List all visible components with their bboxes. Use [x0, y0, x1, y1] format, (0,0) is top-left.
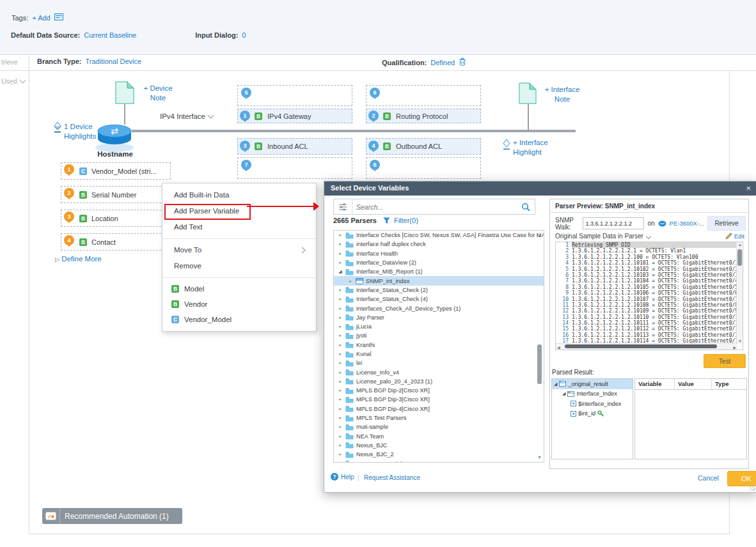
tree-item-interface-status-check-4-[interactable]: ▸Interface_Status_Check (4)	[334, 295, 544, 304]
parsed-node--interface-index[interactable]: $interface_index	[552, 399, 633, 409]
data-unit-inbound-acl[interactable]: 3BInbound ACL	[237, 138, 352, 155]
menu-item-vendor[interactable]: BVendor	[162, 297, 316, 312]
add-device-note-link[interactable]: + DeviceNote	[136, 84, 180, 103]
parsers-count: 2665 Parsers	[333, 217, 377, 224]
tree-item-jay-parser[interactable]: ▸Jay Parser	[334, 313, 544, 322]
tree-item-interface-mib-report-1-[interactable]: ◢Interface_MIB_Report (1)	[334, 267, 544, 276]
add-interface-highlight-link[interactable]: + InterfaceHighlight	[513, 138, 559, 157]
menu-item-add-text[interactable]: Add Text	[162, 219, 316, 235]
tree-item-interface-dataview-2-[interactable]: ▸Interface_DataView (2)	[334, 258, 544, 267]
device-item-serial-number[interactable]: 2BSerial Number	[61, 186, 171, 203]
sample-data-code[interactable]: 1Retrieving SNMP OID21.3.6.1.2.1.2.2.1.2…	[555, 242, 743, 350]
device-note-icon[interactable]	[115, 81, 134, 105]
snmp-oid-input[interactable]	[583, 217, 644, 229]
funnel-icon[interactable]	[383, 217, 390, 224]
tree-item-mpls-bgp-dip-2-cisco-xr-[interactable]: ▸MPLS BGP Dip-2[Cisco XR]	[334, 386, 544, 395]
slot-pin-4: 4	[368, 141, 379, 151]
device-name-link[interactable]: PE-3600X-...	[670, 220, 704, 227]
menu-item-vendor-model[interactable]: CVendor_Model	[162, 312, 316, 327]
menu-item-move-to[interactable]: Move To	[162, 242, 316, 258]
resize-grip[interactable]	[750, 485, 755, 491]
svg-text:⇄: ⇄	[111, 126, 118, 136]
parsed-node--original-result[interactable]: ◢_original_result	[552, 379, 633, 389]
test-button[interactable]: Test	[704, 354, 746, 368]
data-unit-routing-protocol[interactable]: 2BRouting Protocol	[366, 109, 481, 123]
tree-item-jlucia[interactable]: ▸jLucia	[334, 322, 544, 331]
device-icon	[658, 220, 666, 227]
dialog-titlebar[interactable]: Select Device Variables ×	[324, 181, 756, 196]
retrieve-button[interactable]: Retrieve	[707, 216, 746, 231]
tree-item-jyoti[interactable]: ▸jyoti	[334, 331, 544, 340]
tree-item-snmp-int-index[interactable]: ▸SNMP_int_index	[334, 276, 544, 285]
tree-item-nexus-bjc-3-1-[interactable]: ▸Nexus_BJC_3 (1)	[334, 459, 544, 463]
request-assistance-link[interactable]: Request Assistance	[364, 474, 420, 481]
header-band: Tags: + Add Default Data Source: Current…	[0, 0, 756, 55]
cancel-button[interactable]: Cancel	[698, 474, 719, 482]
menu-item-model[interactable]: BModel	[162, 281, 316, 297]
col-value: Value	[675, 379, 712, 389]
code-horizontal-scrollbar[interactable]: ◀ ▶	[556, 343, 737, 350]
tree-item-interface-status-check-2-[interactable]: ▸Interface_Status_Check (2)	[334, 286, 544, 295]
folder-icon	[345, 296, 354, 303]
tree-item-license-palo-20-4-2023-1-[interactable]: ▸License_palo_20_4_2023 (1)	[334, 377, 544, 386]
interface-slot-6[interactable]: 6	[366, 85, 481, 106]
tree-item-interfaces-check-all-device-types-1-[interactable]: ▸Interfaces_Check_All_Device_Types (1)	[334, 304, 544, 312]
help-link[interactable]: ?Help	[331, 473, 354, 481]
define-more-link[interactable]: ▷ Define More	[55, 255, 102, 263]
tree-item-license-info-v4[interactable]: ▸License_Info_v4	[334, 367, 544, 376]
slot-label: Outbound ACL	[396, 143, 442, 150]
menu-item-add-built-in-data[interactable]: Add Built-in Data	[162, 187, 316, 203]
filter-options-icon[interactable]	[334, 199, 352, 214]
ok-button[interactable]: OK	[727, 471, 756, 486]
tree-item-interface-checks-cisco-sw-nexus-sw-asa-finastra-use-case-for-map-2-[interactable]: ▸Interface Checks [Cisco SW, Nexus SW, A…	[334, 231, 544, 240]
tree-item-interface-health[interactable]: ▸Interface Health	[334, 249, 544, 258]
tag-note-icon[interactable]	[54, 13, 63, 22]
parsed-node-interface-index[interactable]: ◢Interface_Index	[552, 389, 633, 399]
device-highlights-link[interactable]: 1 DeviceHighlights	[64, 122, 102, 141]
menu-item-remove[interactable]: Remove	[162, 258, 316, 274]
clipped-used-dropdown[interactable]: Used	[1, 77, 25, 85]
branch-type-value[interactable]: Traditional Device	[85, 58, 141, 65]
ipv4-interface-dropdown[interactable]: IPv4 Interface	[160, 112, 213, 120]
device-item-contact[interactable]: 4BContact	[61, 233, 171, 250]
tree-item-nea-team[interactable]: ▸NEA Team	[334, 432, 544, 441]
tree-item-kranthi[interactable]: ▸Kranthi	[334, 341, 544, 350]
menu-divider	[162, 277, 316, 278]
tree-item-nexus-bjc-2[interactable]: ▸Nexus_BJC_2	[334, 450, 544, 459]
interface-slot-7[interactable]: 7	[237, 157, 352, 179]
add-interface-note-link[interactable]: + InterfaceNote	[539, 85, 585, 104]
search-input[interactable]	[352, 203, 517, 211]
device-item-location[interactable]: 3BLocation	[61, 210, 171, 227]
parsed-node--int-id[interactable]: $int_id	[552, 409, 633, 419]
code-vertical-scrollbar[interactable]: ▲ ▼	[736, 242, 743, 344]
search-icon[interactable]	[517, 203, 535, 212]
delete-qualification-icon[interactable]	[459, 58, 466, 67]
tree-item-kunal[interactable]: ▸Kunal	[334, 350, 544, 358]
filter-link[interactable]: Filter(0)	[394, 217, 418, 224]
close-icon[interactable]: ×	[746, 183, 751, 193]
folder-icon	[345, 460, 354, 463]
tree-item-lei[interactable]: ▸lei	[334, 358, 544, 367]
default-data-source-value[interactable]: Current Baseline	[84, 31, 136, 39]
edit-link[interactable]: Edit	[725, 233, 744, 240]
tree-item-interface-half-duplex-check[interactable]: ▸interface half duplex check	[334, 240, 544, 249]
tree-item-mpls-test-parsers[interactable]: ▸MPLS Test Parsers	[334, 413, 544, 422]
tree-item-muti-sample[interactable]: ▸muti-sample	[334, 422, 544, 431]
tree-item-mpls-bgp-dip-3-cisco-xr-[interactable]: ▸MPLS BGP Dip-3[Cisco XR]	[334, 395, 544, 404]
data-unit-ipv4-gateway[interactable]: 1BIPv4 Gateway	[237, 109, 352, 123]
interface-note-icon[interactable]	[519, 82, 537, 105]
scroll-up-icon[interactable]: ▲	[537, 233, 542, 238]
tree-scrollbar-thumb[interactable]	[537, 344, 542, 384]
tree-item-nexus-bjc[interactable]: ▸Nexus_BJC	[334, 441, 544, 450]
input-dialog-value[interactable]: 0	[242, 31, 246, 39]
add-tag-link[interactable]: + Add	[32, 14, 50, 22]
device-item-vendor-model-stri-[interactable]: 1CVendor_Model (stri...	[61, 162, 171, 180]
recommended-automation-button[interactable]: Recommended Automation (1)	[42, 508, 182, 524]
tree-item-mpls-bgp-dip-4-cisco-xr-[interactable]: ▸MPLS BGP Dip-4[Cisco XR]	[334, 404, 544, 413]
data-unit-outbound-acl[interactable]: 4BOutbound ACL	[366, 138, 481, 155]
interface-slot-5[interactable]: 5	[237, 85, 352, 106]
folder-icon	[345, 323, 354, 330]
scroll-down-icon[interactable]: ▼	[537, 455, 542, 459]
interface-slot-8[interactable]: 8	[366, 157, 481, 179]
qualification-value[interactable]: Defined	[430, 59, 455, 66]
